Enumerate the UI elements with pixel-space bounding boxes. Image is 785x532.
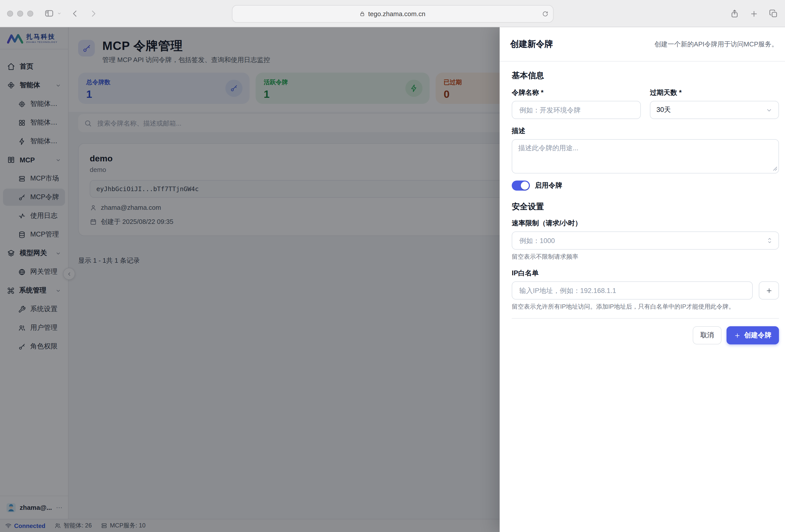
- plus-icon: [765, 287, 773, 294]
- zoom-window-button[interactable]: [27, 10, 33, 17]
- resize-handle-icon[interactable]: [773, 167, 778, 171]
- enable-token-toggle[interactable]: [512, 180, 530, 191]
- number-stepper-icon[interactable]: [767, 237, 773, 244]
- forward-button[interactable]: [89, 9, 98, 18]
- app-window: 扎马科技 ZHAMA TECHNOLOGY 首页 智能体 智能体引擎: [0, 27, 785, 532]
- chevron-down-icon: [766, 107, 773, 113]
- screen: tego.zhama.com.cn: [0, 0, 785, 532]
- description-textarea[interactable]: [512, 139, 779, 174]
- drawer-title: 创建新令牌: [510, 38, 553, 50]
- ip-whitelist-help: 留空表示允许所有IP地址访问。添加IP地址后，只有白名单中的IP才能使用此令牌。: [512, 303, 779, 311]
- section-basic-info: 基本信息: [512, 71, 779, 81]
- address-bar[interactable]: tego.zhama.com.cn: [232, 5, 553, 23]
- sidebar-menu-chevron-icon[interactable]: [57, 11, 61, 16]
- divider: [512, 318, 779, 319]
- rate-limit-help: 留空表示不限制请求频率: [512, 253, 779, 261]
- create-token-button[interactable]: 创建令牌: [727, 326, 779, 345]
- ip-whitelist-label: IP白名单: [512, 269, 779, 278]
- modal-overlay[interactable]: [0, 27, 500, 532]
- share-icon[interactable]: [730, 9, 739, 18]
- url-text: tego.zhama.com.cn: [368, 10, 426, 18]
- drawer-subtitle: 创建一个新的API令牌用于访问MCP服务。: [654, 40, 778, 49]
- ip-address-input[interactable]: [518, 286, 746, 295]
- rate-limit-input[interactable]: [518, 236, 767, 245]
- add-ip-button[interactable]: [759, 281, 779, 300]
- close-window-button[interactable]: [7, 10, 13, 17]
- description-label: 描述: [512, 127, 779, 136]
- token-name-input[interactable]: [518, 106, 634, 114]
- refresh-icon[interactable]: [542, 10, 548, 17]
- enable-token-label: 启用令牌: [535, 181, 562, 190]
- window-controls[interactable]: [7, 10, 33, 17]
- plus-icon: [734, 332, 741, 338]
- expiry-days-select[interactable]: 30天: [650, 101, 779, 119]
- expiry-days-label: 过期天数 *: [650, 88, 779, 97]
- tab-overview-icon[interactable]: [769, 9, 778, 18]
- cancel-button[interactable]: 取消: [693, 326, 721, 345]
- browser-chrome: tego.zhama.com.cn: [0, 0, 785, 27]
- token-name-label: 令牌名称 *: [512, 88, 641, 97]
- minimize-window-button[interactable]: [17, 10, 23, 17]
- back-button[interactable]: [71, 9, 80, 18]
- lock-icon: [360, 11, 365, 17]
- sidebar-toggle-icon[interactable]: [44, 8, 54, 18]
- create-token-drawer: 创建新令牌 创建一个新的API令牌用于访问MCP服务。 基本信息 令牌名称 * …: [500, 27, 785, 532]
- section-security: 安全设置: [512, 202, 779, 212]
- expiry-selected-value: 30天: [656, 105, 671, 115]
- rate-limit-label: 速率限制（请求/小时）: [512, 219, 779, 228]
- new-tab-icon[interactable]: [750, 9, 758, 18]
